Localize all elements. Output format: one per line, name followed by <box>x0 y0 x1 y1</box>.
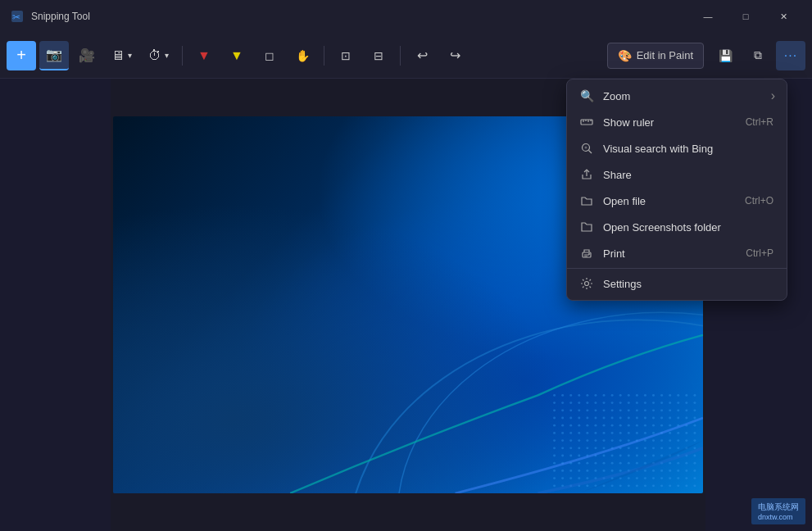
svg-point-40 <box>693 402 696 404</box>
svg-point-27 <box>586 402 588 404</box>
svg-point-9 <box>586 394 588 397</box>
svg-point-197 <box>652 470 655 472</box>
svg-point-84 <box>611 424 614 427</box>
svg-point-160 <box>644 455 646 457</box>
svg-point-191 <box>603 470 606 472</box>
svg-point-176 <box>628 462 630 465</box>
svg-point-167 <box>553 462 556 465</box>
screenshot-tool-button[interactable]: 📷 <box>39 41 69 70</box>
window-controls: — □ ✕ <box>689 0 802 33</box>
menu-print-shortcut: Ctrl+P <box>746 247 773 259</box>
svg-point-62 <box>578 417 580 420</box>
svg-point-214 <box>644 477 646 479</box>
text-button[interactable]: ⊟ <box>364 41 393 70</box>
svg-point-35 <box>652 402 655 404</box>
svg-point-246 <box>585 147 587 149</box>
menu-item-print[interactable]: Print Ctrl+P <box>567 240 787 266</box>
svg-point-87 <box>636 424 638 427</box>
svg-point-95 <box>553 432 556 434</box>
svg-point-55 <box>669 409 671 411</box>
svg-point-135 <box>586 447 588 449</box>
svg-point-12 <box>611 394 614 397</box>
copy-button[interactable]: ⧉ <box>743 41 773 70</box>
svg-point-216 <box>660 477 663 479</box>
menu-item-open-file[interactable]: Open file Ctrl+O <box>567 188 787 214</box>
svg-point-10 <box>594 394 597 397</box>
pen-red-icon: ▼ <box>197 48 211 63</box>
svg-point-57 <box>685 409 687 411</box>
menu-item-visual-search[interactable]: Visual search with Bing <box>567 135 787 161</box>
crop-button[interactable]: ⊡ <box>331 41 361 70</box>
svg-point-205 <box>569 477 572 479</box>
menu-item-zoom[interactable]: 🔍 Zoom <box>567 83 787 109</box>
svg-point-64 <box>594 417 597 420</box>
svg-point-7 <box>569 394 572 397</box>
settings-icon <box>580 277 593 290</box>
highlighter-button[interactable]: ▼ <box>222 41 252 70</box>
svg-point-69 <box>636 417 638 420</box>
timer-button[interactable]: ⏱ ▾ <box>142 41 175 70</box>
svg-point-145 <box>669 447 671 449</box>
menu-item-open-screenshots[interactable]: Open Screenshots folder <box>567 214 787 240</box>
app-icon: ✂ <box>10 9 25 24</box>
undo-icon: ↩ <box>417 48 428 63</box>
watermark-text: 电脑系统网 <box>758 502 799 511</box>
svg-point-82 <box>594 424 597 427</box>
svg-point-120 <box>611 439 614 442</box>
menu-item-settings[interactable]: Settings <box>567 270 787 297</box>
eraser-button[interactable]: ◻ <box>255 41 284 70</box>
svg-point-159 <box>636 455 638 457</box>
maximize-button[interactable]: □ <box>727 0 764 33</box>
svg-point-94 <box>693 424 696 427</box>
svg-point-186 <box>561 470 564 472</box>
svg-point-81 <box>586 424 588 427</box>
edit-in-paint-button[interactable]: 🎨 Edit in Paint <box>607 43 704 69</box>
video-tool-button[interactable]: 🎥 <box>72 41 102 70</box>
svg-point-185 <box>553 470 556 472</box>
svg-point-71 <box>652 417 655 420</box>
redo-button[interactable]: ↪ <box>440 41 470 70</box>
svg-point-89 <box>652 424 655 427</box>
svg-point-85 <box>619 424 622 427</box>
svg-point-90 <box>660 424 663 427</box>
svg-point-175 <box>619 462 622 465</box>
menu-item-show-ruler[interactable]: Show ruler Ctrl+R <box>567 109 787 135</box>
more-options-button[interactable]: ··· <box>776 41 805 70</box>
svg-point-38 <box>677 402 679 404</box>
svg-point-6 <box>561 394 564 397</box>
toolbar-separator-3 <box>400 46 401 66</box>
video-icon: 🎥 <box>79 48 95 63</box>
touch-icon: ✋ <box>296 49 310 62</box>
context-menu: 🔍 Zoom Show ruler Ctrl+R Visual search w… <box>566 79 787 301</box>
menu-visual-search-label: Visual search with Bing <box>603 143 773 155</box>
svg-point-14 <box>628 394 630 397</box>
svg-point-31 <box>619 402 622 404</box>
svg-point-177 <box>636 462 638 465</box>
svg-point-104 <box>628 432 630 434</box>
svg-point-204 <box>561 477 564 479</box>
pen-red-button[interactable]: ▼ <box>189 41 219 70</box>
touch-write-button[interactable]: ✋ <box>288 41 317 70</box>
svg-point-220 <box>693 477 696 479</box>
svg-point-28 <box>594 402 597 404</box>
screenshots-folder-icon <box>580 220 593 234</box>
svg-point-39 <box>685 402 687 404</box>
minimize-button[interactable]: — <box>689 0 727 33</box>
new-snip-button[interactable]: + <box>7 41 36 70</box>
svg-point-36 <box>660 402 663 404</box>
undo-button[interactable]: ↩ <box>407 41 437 70</box>
svg-point-207 <box>586 477 588 479</box>
screen-capture-button[interactable]: 🖥 ▾ <box>105 41 138 70</box>
menu-item-share[interactable]: Share <box>567 161 787 188</box>
svg-point-63 <box>586 417 588 420</box>
svg-point-235 <box>669 484 671 487</box>
svg-point-21 <box>685 394 687 397</box>
svg-point-184 <box>693 462 696 465</box>
chevron-down-icon: ▾ <box>128 51 132 60</box>
svg-point-118 <box>594 439 597 442</box>
save-button[interactable]: 💾 <box>710 41 740 70</box>
svg-text:✂: ✂ <box>12 11 20 23</box>
close-button[interactable]: ✕ <box>764 0 802 33</box>
svg-point-174 <box>611 462 614 465</box>
svg-point-231 <box>636 484 638 487</box>
